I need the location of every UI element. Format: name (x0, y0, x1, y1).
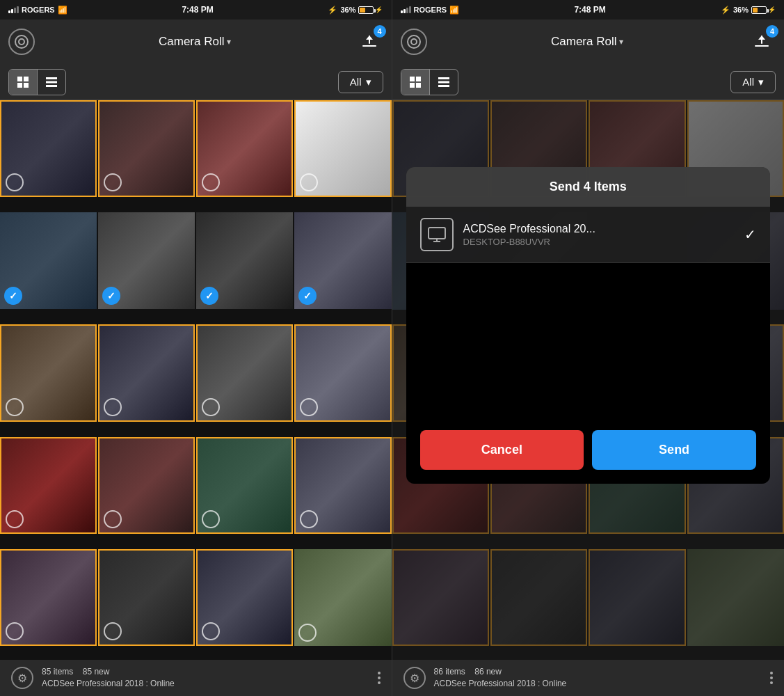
right-battery-percent: 36% (733, 6, 749, 14)
device-item[interactable]: ACDSee Professional 20... DESKTOP-B88UVV… (406, 207, 771, 263)
right-grid-view-button[interactable] (401, 70, 429, 95)
svg-rect-18 (416, 77, 421, 81)
svg-rect-17 (410, 77, 415, 81)
photo-cell-12[interactable] (294, 324, 391, 421)
right-camera-roll-chevron[interactable]: ▾ (619, 37, 623, 47)
select-circle-7[interactable]: ✓ (200, 287, 218, 305)
select-circle-10[interactable] (104, 398, 122, 416)
cancel-button[interactable]: Cancel (420, 430, 584, 470)
svg-point-1 (19, 39, 24, 45)
left-more-menu-button[interactable] (378, 672, 381, 684)
photo-cell-14[interactable] (98, 437, 195, 534)
select-circle-13[interactable] (6, 510, 24, 528)
svg-rect-20 (416, 83, 421, 88)
select-circle-3[interactable] (202, 173, 220, 191)
select-circle-4[interactable] (300, 173, 318, 191)
select-circle-1[interactable] (6, 173, 24, 191)
photo-cell-18[interactable] (98, 549, 195, 646)
right-wifi-icon: 📶 (449, 6, 459, 15)
photo-cell-19[interactable] (196, 549, 293, 646)
left-signal-icon (8, 6, 19, 13)
photo-cell-5[interactable]: ✓ (0, 212, 97, 309)
svg-rect-24 (429, 228, 445, 239)
left-settings-button[interactable]: ⚙ (11, 667, 33, 689)
send-button[interactable]: Send (592, 430, 756, 470)
device-subtitle: DESKTOP-B88UVVR (463, 237, 735, 247)
photo-cell-2[interactable] (98, 100, 195, 197)
right-phone-panel: ROGERS 📶 7:48 PM ⚡ 36% ⚡ Camera Roll ▾ (392, 0, 785, 696)
left-app-logo[interactable] (8, 29, 35, 55)
photo-cell-6[interactable]: ✓ (98, 212, 195, 309)
svg-rect-11 (46, 85, 57, 87)
svg-rect-23 (438, 85, 449, 87)
photo-cell-3[interactable] (196, 100, 293, 197)
svg-rect-2 (362, 45, 376, 47)
photo-cell-7[interactable]: ✓ (196, 212, 293, 309)
svg-marker-4 (366, 35, 373, 40)
photo-cell-10[interactable] (98, 324, 195, 421)
svg-rect-22 (438, 81, 449, 83)
left-upload-badge: 4 (374, 25, 386, 38)
select-circle-20[interactable] (298, 624, 317, 642)
select-circle-15[interactable] (202, 510, 220, 528)
select-circle-18[interactable] (104, 622, 122, 640)
left-time: 7:48 PM (182, 5, 213, 15)
photo-cell-13[interactable] (0, 437, 97, 534)
left-list-view-button[interactable] (38, 70, 65, 95)
svg-point-12 (408, 35, 420, 48)
svg-point-0 (15, 35, 28, 48)
right-items-count: 86 items (434, 667, 465, 677)
right-status-bar: ROGERS 📶 7:48 PM ⚡ 36% ⚡ (392, 0, 785, 19)
select-circle-16[interactable] (300, 510, 318, 528)
right-footer: ⚙ 86 items 86 new ACDSee Professional 20… (392, 660, 785, 696)
overlay-buttons: Cancel Send (406, 416, 771, 484)
right-more-menu-button[interactable] (770, 672, 773, 684)
left-app-name: ACDSee Professional 2018 : Online (42, 679, 175, 688)
left-battery-icon: ⚡ (358, 6, 383, 14)
left-new-count: 85 new (83, 667, 110, 677)
right-signal-icon (401, 6, 411, 13)
left-filter-button[interactable]: All ▾ (338, 71, 383, 93)
svg-rect-7 (17, 83, 22, 88)
photo-cell-20[interactable] (294, 549, 391, 646)
left-status-bar: ROGERS 📶 7:48 PM ⚡ 36% ⚡ (0, 0, 392, 19)
left-bluetooth-icon: ⚡ (328, 6, 337, 15)
device-info: ACDSee Professional 20... DESKTOP-B88UVV… (463, 223, 735, 247)
left-footer-text: 85 items 85 new ACDSee Professional 2018… (42, 666, 378, 690)
right-settings-button[interactable]: ⚙ (403, 667, 426, 689)
svg-rect-10 (46, 81, 57, 83)
overlay-empty-space (406, 263, 771, 416)
photo-cell-1[interactable] (0, 100, 97, 197)
right-view-toggle (401, 69, 458, 95)
svg-rect-21 (438, 77, 449, 79)
left-grid-view-button[interactable] (9, 70, 37, 95)
photo-cell-17[interactable] (0, 549, 97, 646)
right-carrier: ROGERS (414, 6, 447, 14)
left-toolbar: All ▾ (0, 64, 392, 100)
svg-rect-6 (24, 77, 29, 81)
photo-cell-15[interactable] (196, 437, 293, 534)
select-circle-2[interactable] (104, 173, 122, 191)
select-circle-9[interactable] (6, 398, 24, 416)
select-circle-14[interactable] (104, 510, 122, 528)
select-circle-17[interactable] (6, 622, 24, 640)
select-circle-5[interactable]: ✓ (4, 287, 22, 305)
photo-cell-11[interactable] (196, 324, 293, 421)
left-camera-roll-chevron[interactable]: ▾ (227, 37, 231, 47)
select-circle-12[interactable] (300, 398, 318, 416)
photo-cell-16[interactable] (294, 437, 391, 534)
right-app-logo[interactable] (401, 29, 427, 55)
select-circle-6[interactable]: ✓ (102, 287, 120, 305)
select-circle-19[interactable] (202, 622, 220, 640)
right-upload-btn-container: 4 (748, 28, 776, 56)
right-list-view-button[interactable] (430, 70, 458, 95)
right-photo-cell-17 (392, 549, 489, 646)
photo-cell-8[interactable]: ✓ (294, 212, 391, 309)
left-wifi-icon: 📶 (58, 6, 67, 15)
left-items-count: 85 items (42, 667, 73, 677)
right-filter-button[interactable]: All ▾ (730, 71, 776, 93)
select-circle-11[interactable] (202, 398, 220, 416)
select-circle-8[interactable]: ✓ (298, 287, 317, 305)
photo-cell-4[interactable] (294, 100, 391, 197)
photo-cell-9[interactable] (0, 324, 97, 421)
